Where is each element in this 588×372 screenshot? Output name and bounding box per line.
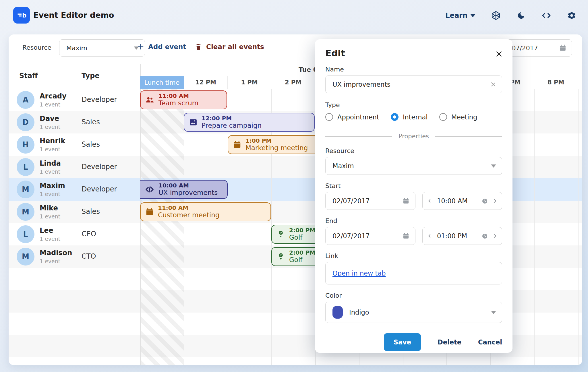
- codepen-icon[interactable]: [491, 11, 501, 20]
- avatar: L: [17, 225, 34, 243]
- radio-icon: [325, 113, 333, 121]
- event-editor-popup: Edit Name UX improvements Type Appointme…: [315, 39, 512, 353]
- clear-all-events-label: Clear all events: [206, 43, 264, 51]
- calendar-icon: [145, 208, 154, 216]
- staff-row-maxim[interactable]: M Maxim 1 event Developer: [9, 178, 140, 201]
- avatar: D: [17, 113, 34, 131]
- radio-meeting[interactable]: Meeting: [439, 113, 477, 121]
- clock-icon[interactable]: [481, 198, 488, 204]
- calendar-icon: [559, 44, 566, 52]
- time-decrement-chevron-icon[interactable]: [427, 198, 432, 204]
- delete-button[interactable]: Delete: [438, 338, 461, 346]
- scheduler-card: Resource Maxim Add event Clear all event…: [9, 34, 582, 365]
- time-decrement-chevron-icon[interactable]: [427, 233, 432, 239]
- event-title: UX improvements: [158, 189, 218, 196]
- start-label: Start: [325, 182, 502, 189]
- event-time: 12:00 PM: [202, 115, 262, 122]
- event-ux-improvements[interactable]: 10:00 AM UX improvements: [140, 180, 228, 199]
- plus-icon: [137, 43, 144, 50]
- staff-type: CTO: [82, 252, 96, 260]
- code-icon[interactable]: [541, 11, 551, 20]
- app-header: b Event Editor demo Learn: [0, 0, 588, 31]
- app-logo-icon: b: [13, 7, 30, 24]
- name-field[interactable]: UX improvements: [325, 75, 502, 93]
- staff-name: Arcady: [40, 92, 67, 100]
- add-event-label: Add event: [148, 43, 186, 51]
- radio-internal[interactable]: Internal: [391, 113, 428, 121]
- clear-icon[interactable]: [490, 82, 496, 87]
- time-increment-chevron-icon[interactable]: [492, 198, 498, 204]
- event-team-scrum[interactable]: 11:00 AM Team scrum: [140, 90, 227, 109]
- staff-row-madison[interactable]: M Madison 1 event CTO: [9, 245, 140, 268]
- staff-name: Dave: [40, 115, 59, 123]
- radio-appointment[interactable]: Appointment: [325, 113, 379, 121]
- event-title: Team scrum: [158, 99, 198, 107]
- staff-event-count: 1 event: [40, 236, 60, 242]
- type-radio-group: Appointment Internal Meeting: [325, 113, 502, 121]
- start-time-field[interactable]: 10:00 AM: [422, 192, 502, 210]
- settings-gear-icon[interactable]: [567, 11, 577, 20]
- end-time-field[interactable]: 01:00 PM: [422, 227, 502, 245]
- svg-text:b: b: [22, 12, 26, 19]
- staff-row-dave[interactable]: D Dave 1 event Sales: [9, 111, 140, 133]
- golf-icon: [276, 252, 285, 261]
- clock-icon[interactable]: [481, 233, 488, 239]
- staff-type: Developer: [82, 185, 117, 193]
- event-time: 11:00 AM: [158, 205, 219, 211]
- time-increment-chevron-icon[interactable]: [492, 233, 498, 239]
- avatar: M: [17, 203, 34, 221]
- event-time: 2:00 PM: [289, 249, 315, 256]
- staff-row-lee[interactable]: L Lee 1 event CEO: [9, 223, 140, 245]
- event-title: Marketing meeting: [245, 144, 308, 152]
- event-customer-meeting[interactable]: 11:00 AM Customer meeting: [140, 202, 271, 221]
- lunch-time-zone: [140, 89, 184, 365]
- clear-all-events-button[interactable]: Clear all events: [195, 43, 264, 51]
- chevron-down-icon: [491, 164, 496, 168]
- resource-select[interactable]: Maxim: [325, 157, 502, 175]
- image-icon: [189, 118, 198, 127]
- staff-event-count: 1 event: [40, 124, 60, 130]
- staff-row-henrik[interactable]: H Henrik 1 event Sales: [9, 133, 140, 156]
- start-date-field[interactable]: 02/07/2017: [325, 192, 415, 210]
- properties-divider-label: Properties: [399, 133, 429, 140]
- event-time: 11:00 AM: [158, 93, 198, 99]
- calendar-icon[interactable]: [403, 197, 409, 204]
- staff-type: Sales: [82, 118, 100, 126]
- event-time: 1:00 PM: [245, 137, 308, 144]
- learn-menu[interactable]: Learn: [445, 11, 475, 20]
- event-title: Golf: [289, 256, 315, 264]
- staff-event-count: 1 event: [40, 168, 60, 175]
- staff-name: Mike: [40, 204, 58, 212]
- link-field: Open in new tab: [325, 262, 502, 284]
- open-in-new-tab-link[interactable]: Open in new tab: [332, 270, 386, 277]
- color-select[interactable]: Indigo: [325, 302, 502, 323]
- name-field-value: UX improvements: [332, 81, 390, 88]
- time-slot-partial: [578, 76, 582, 89]
- cancel-button[interactable]: Cancel: [478, 338, 502, 346]
- dark-mode-moon-icon[interactable]: [516, 11, 526, 20]
- save-button[interactable]: Save: [384, 333, 421, 351]
- time-slot-8pm: 8 PM: [534, 76, 578, 89]
- avatar: M: [17, 248, 34, 266]
- end-date-field[interactable]: 02/07/2017: [325, 227, 415, 245]
- resource-combo[interactable]: Maxim: [59, 39, 145, 57]
- staff-type: CEO: [82, 230, 96, 238]
- staff-type: Developer: [82, 163, 117, 171]
- calendar-icon[interactable]: [403, 232, 409, 239]
- staff-type: Sales: [82, 140, 100, 148]
- start-date-value: 02/07/2017: [332, 197, 370, 205]
- staff-row-arcady[interactable]: A Arcady 1 event Developer: [9, 89, 140, 111]
- staff-row-linda[interactable]: L Linda 1 event Developer: [9, 156, 140, 178]
- time-slot-1pm: 1 PM: [228, 76, 271, 89]
- time-slot-2pm: 2 PM: [271, 76, 315, 89]
- close-icon[interactable]: [495, 50, 503, 58]
- staff-name: Lee: [40, 226, 53, 235]
- event-prepare-campaign[interactable]: 12:00 PM Prepare campaign: [184, 113, 315, 132]
- event-title: Customer meeting: [158, 211, 219, 219]
- staff-row-mike[interactable]: M Mike 1 event Sales: [9, 201, 140, 223]
- end-time-value: 01:00 PM: [437, 232, 467, 240]
- color-label: Color: [325, 292, 502, 299]
- add-event-button[interactable]: Add event: [137, 43, 186, 51]
- staff-event-count: 1 event: [40, 101, 60, 108]
- calendar-icon: [233, 140, 241, 149]
